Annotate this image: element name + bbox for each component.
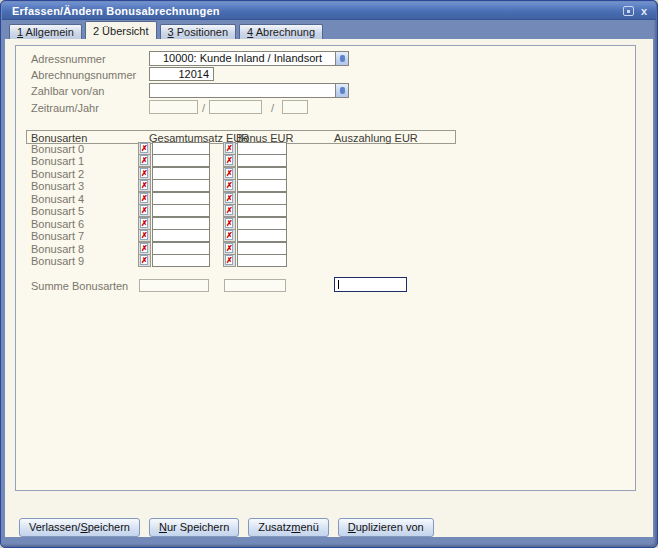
bonus-input[interactable] [237, 204, 287, 217]
bonusart-row-label: Bonusart 5 [31, 205, 84, 217]
close-icon[interactable]: x [641, 6, 647, 16]
bonusart-row-label: Bonusart 7 [31, 230, 84, 242]
clear-page-icon: ✗ [225, 255, 233, 265]
zeitraum-separator: / [202, 102, 205, 114]
clear-field-icon[interactable]: ✗ [138, 154, 151, 167]
button-bar: Verlassen/Speichern Nur Speichern Zusatz… [19, 518, 434, 537]
tab-positionen[interactable]: 3 Positionen [160, 24, 237, 39]
clear-page-icon: ✗ [225, 180, 233, 190]
button-label-part: ur Speichern [167, 521, 229, 533]
adressnummer-combobox[interactable]: 10000: Kunde Inland / Inlandsort [149, 51, 349, 66]
gesamtumsatz-input[interactable] [152, 179, 210, 192]
zahlbar-von-an-dropdown-button[interactable] [335, 84, 348, 97]
button-label-part: Verlassen/ [29, 521, 80, 533]
maximize-icon[interactable] [623, 6, 634, 16]
clear-page-icon: ✗ [140, 168, 148, 178]
clear-page-icon: ✗ [140, 205, 148, 215]
clear-field-icon[interactable]: ✗ [138, 254, 151, 267]
gesamtumsatz-input[interactable] [152, 229, 210, 242]
clear-page-icon: ✗ [225, 218, 233, 228]
clear-page-icon: ✗ [225, 230, 233, 240]
zahlbar-von-an-combobox[interactable] [149, 83, 349, 98]
clear-page-icon: ✗ [140, 193, 148, 203]
button-label-part: Zusatz [258, 521, 291, 533]
zusatzmenu-button[interactable]: Zusatzmenü [248, 518, 329, 537]
zeitraum-jahr-label: Zeitraum/Jahr [31, 102, 99, 114]
dialog-window: Erfassen/Ändern Bonusabrechnungen x 1 Al… [0, 0, 658, 548]
button-label-part: peichern [88, 521, 130, 533]
form-panel [15, 45, 636, 491]
tab-abrechnung-number: 4 [247, 26, 253, 38]
gesamtumsatz-input[interactable] [152, 254, 210, 267]
tab-abrechnung-label: Abrechnung [256, 26, 315, 38]
table-row: Bonusart 1 ✗ ✗ [26, 154, 456, 167]
clear-page-icon: ✗ [140, 243, 148, 253]
clear-page-icon: ✗ [225, 168, 233, 178]
table-row: Bonusart 9 ✗ ✗ [26, 254, 456, 267]
clear-field-icon[interactable]: ✗ [138, 204, 151, 217]
button-label-part: uplizieren von [356, 521, 424, 533]
tab-uebersicht[interactable]: 2 Übersicht [85, 21, 157, 39]
clear-field-icon[interactable]: ✗ [223, 179, 236, 192]
adressnummer-label: Adressnummer [31, 53, 106, 65]
abrechnungsnummer-input[interactable] [149, 67, 214, 81]
clear-page-icon: ✗ [140, 255, 148, 265]
jahr-input[interactable] [282, 100, 308, 114]
bonus-input[interactable] [237, 154, 287, 167]
bonusart-row-label: Bonusart 9 [31, 255, 84, 267]
zahlbar-von-an-label: Zahlbar von/an [31, 85, 104, 97]
clear-field-icon[interactable]: ✗ [138, 179, 151, 192]
text-caret [338, 280, 339, 289]
tab-uebersicht-number: 2 [93, 25, 99, 37]
bonus-input[interactable] [237, 254, 287, 267]
button-accel: D [348, 521, 356, 533]
adressnummer-dropdown-button[interactable] [335, 52, 348, 65]
summe-auszahlung-input[interactable] [334, 277, 407, 292]
clear-page-icon: ✗ [140, 218, 148, 228]
dropdown-icon [340, 87, 345, 94]
dropdown-icon [340, 55, 345, 62]
table-row: Bonusart 3 ✗ ✗ [26, 179, 456, 192]
bonus-input[interactable] [237, 179, 287, 192]
clear-page-icon: ✗ [140, 230, 148, 240]
clear-page-icon: ✗ [225, 205, 233, 215]
clear-page-icon: ✗ [140, 155, 148, 165]
clear-page-icon: ✗ [225, 143, 233, 153]
zeitraum-bis-input[interactable] [209, 100, 262, 114]
jahr-separator: / [271, 102, 274, 114]
gesamtumsatz-input[interactable] [152, 154, 210, 167]
verlassen-speichern-button[interactable]: Verlassen/Speichern [19, 518, 140, 537]
clear-page-icon: ✗ [140, 180, 148, 190]
clear-page-icon: ✗ [140, 143, 148, 153]
summe-bonus-input[interactable] [224, 279, 286, 292]
clear-field-icon[interactable]: ✗ [223, 254, 236, 267]
maximize-icon-dot [627, 10, 630, 13]
table-row: Bonusart 7 ✗ ✗ [26, 229, 456, 242]
table-row: Bonusart 5 ✗ ✗ [26, 204, 456, 217]
zeitraum-von-input[interactable] [149, 100, 198, 114]
zahlbar-von-an-value [150, 84, 335, 97]
tab-strip: 1 Allgemein 2 Übersicht 3 Positionen 4 A… [9, 21, 323, 39]
clear-field-icon[interactable]: ✗ [138, 229, 151, 242]
button-accel: S [80, 521, 87, 533]
clear-page-icon: ✗ [225, 193, 233, 203]
clear-page-icon: ✗ [225, 155, 233, 165]
clear-field-icon[interactable]: ✗ [223, 154, 236, 167]
nur-speichern-button[interactable]: Nur Speichern [149, 518, 239, 537]
tab-positionen-number: 3 [168, 26, 174, 38]
button-accel: N [159, 521, 167, 533]
tab-abrechnung[interactable]: 4 Abrechnung [239, 24, 323, 39]
summe-gesamtumsatz-input[interactable] [139, 279, 209, 292]
title-bar: Erfassen/Ändern Bonusabrechnungen x [2, 2, 656, 20]
tab-positionen-label: Positionen [177, 26, 228, 38]
summe-bonusarten-label: Summe Bonusarten [31, 280, 128, 292]
bonusart-row-label: Bonusart 3 [31, 180, 84, 192]
bonus-input[interactable] [237, 229, 287, 242]
tab-allgemein[interactable]: 1 Allgemein [9, 24, 82, 39]
tab-allgemein-label: Allgemein [26, 26, 74, 38]
gesamtumsatz-input[interactable] [152, 204, 210, 217]
clear-field-icon[interactable]: ✗ [223, 229, 236, 242]
clear-field-icon[interactable]: ✗ [223, 204, 236, 217]
duplizieren-von-button[interactable]: Duplizieren von [338, 518, 434, 537]
abrechnungsnummer-label: Abrechnungsnummer [31, 69, 136, 81]
